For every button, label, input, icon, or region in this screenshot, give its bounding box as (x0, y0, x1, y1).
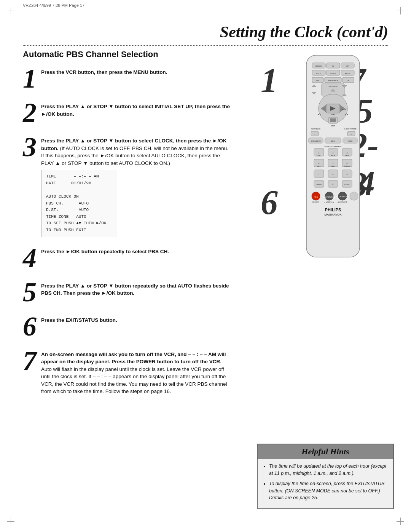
helpful-hints-body: The time will be updated at the top of e… (258, 459, 393, 508)
svg-text:–: – (314, 133, 315, 135)
svg-text:1: 1 (319, 152, 320, 154)
content-left: 1 Press the VCR button, then press the M… (23, 65, 232, 402)
brand-magnavox: MAGNAVOX (324, 213, 342, 216)
section-heading: Automatic PBS Channel Selection (23, 50, 158, 59)
step-content-5: Press the PLAY ▲ or STOP ▼ button repeat… (41, 278, 232, 297)
svg-text:◄◄INDEX►►: ◄◄INDEX►► (324, 201, 335, 203)
step-content-6: Press the EXIT/STATUS button. (41, 313, 117, 324)
svg-text:AUDIO/MUTE: AUDIO/MUTE (336, 195, 349, 198)
svg-text:◄◄INDEX►►: ◄◄INDEX►► (322, 196, 336, 198)
svg-text:SPEED: SPEED (316, 184, 322, 185)
svg-text:5: 5 (333, 162, 334, 165)
content-right: 1 7 5 2-3 4 6 CBL/DBS TV VCR VCR/TV POWE… (284, 53, 394, 267)
svg-text:STILL/SLOW: STILL/SLOW (328, 85, 338, 87)
step-content-3: Press the PLAY ▲ or STOP ▼ button to sel… (41, 133, 232, 237)
step-content-4: Press the ►/OK button repeatedly to sele… (41, 244, 169, 256)
svg-text:SKIP/SEARCH: SKIP/SEARCH (328, 80, 338, 81)
svg-text:8: 8 (333, 173, 334, 176)
step-number-2: 2 (23, 99, 37, 126)
helpful-hints-title: Helpful Hints (258, 444, 393, 459)
svg-text:DATE: DATE (345, 155, 349, 157)
svg-text:2: 2 (333, 152, 334, 154)
dotted-separator (23, 45, 388, 46)
step-number-5: 5 (23, 278, 37, 306)
svg-text:SLOW/FORWARD: SLOW/FORWARD (344, 128, 356, 130)
svg-text:WEEKLY: WEEKLY (344, 165, 350, 167)
step-number-6: 6 (23, 313, 37, 340)
step-number-3: 3 (23, 133, 37, 161)
svg-text:MENU: MENU (331, 140, 335, 142)
svg-text:POWER: POWER (330, 72, 336, 74)
svg-text:3: 3 (347, 152, 348, 154)
svg-text:9: 9 (347, 173, 348, 176)
step-1: 1 Press the VCR button, then press the M… (23, 65, 232, 92)
registration-mark-br (397, 518, 404, 525)
registration-mark-tl (7, 7, 14, 14)
svg-text:START: START (317, 155, 322, 157)
svg-text:0: 0 (333, 183, 334, 185)
svg-text:STOP: STOP (331, 155, 335, 157)
svg-text:CH: CH (347, 80, 349, 81)
step-7: 7 An on-screen message will ask you to t… (23, 347, 232, 395)
step-6: 6 Press the EXIT/STATUS button. (23, 313, 232, 340)
overlay-num-1: 1 (261, 61, 278, 100)
svg-text:SLOW/BACK: SLOW/BACK (311, 128, 320, 130)
svg-text:QUICK PROGRAMMING: QUICK PROGRAMMING (325, 145, 342, 147)
step-number-7: 7 (23, 347, 37, 374)
remote-svg: CBL/DBS TV VCR VCR/TV POWER EJECT VOL SK… (295, 53, 371, 267)
svg-text:CBL/DBS: CBL/DBS (315, 65, 322, 67)
brand-philips: PHILIPS (325, 208, 341, 212)
svg-text:TV: TV (332, 65, 334, 67)
svg-text:4: 4 (319, 162, 320, 165)
svg-point-86 (350, 192, 358, 200)
svg-text:►►: ►► (345, 113, 348, 115)
svg-text:DAILY: DAILY (331, 165, 335, 167)
svg-text:EJECT: EJECT (345, 72, 350, 74)
svg-rect-36 (330, 118, 336, 122)
svg-text:+: + (351, 133, 352, 135)
svg-text:7: 7 (319, 173, 320, 176)
step-5: 5 Press the PLAY ▲ or STOP ▼ button repe… (23, 278, 232, 306)
step-content-2: Press the PLAY ▲ or STOP ▼ button to sel… (41, 99, 232, 118)
clock-display-box: TIME – –:– – AM DATE 01/01/98 AUTO CLOCK… (41, 170, 117, 237)
hint-1: The time will be updated at the top of e… (269, 463, 388, 477)
svg-text:VCR: VCR (346, 65, 349, 67)
svg-text:REC: REC (314, 196, 318, 198)
svg-text:DBS: DBS (317, 165, 321, 167)
step-number-1: 1 (23, 65, 37, 92)
registration-mark-bl (7, 518, 14, 525)
svg-text:VOL: VOL (316, 80, 320, 81)
svg-text:►/OK: ►/OK (342, 109, 347, 110)
step-number-4: 4 (23, 244, 37, 272)
svg-text:REC/OTR: REC/OTR (312, 201, 319, 203)
remote-overlay: 1 7 5 2-3 4 6 CBL/DBS TV VCR VCR/TV POWE… (284, 53, 386, 267)
hint-2: To display the time on-screen, press the… (269, 480, 388, 502)
overlay-num-6: 6 (261, 183, 278, 222)
step-content-7: An on-screen message will ask you to tur… (41, 347, 232, 395)
page-title: Setting the Clock (cont'd) (220, 23, 388, 41)
clear-button-label: CLEAR (344, 184, 349, 185)
step-3: 3 Press the PLAY ▲ or STOP ▼ button to s… (23, 133, 232, 237)
svg-text:TIMER: TIMER (348, 140, 353, 142)
svg-text:EXIT/STATUS: EXIT/STATUS (311, 140, 321, 142)
svg-text:VCR/TV: VCR/TV (316, 72, 322, 74)
svg-text:PLAY: PLAY (331, 113, 335, 115)
svg-text:AUDIO/MUTE: AUDIO/MUTE (338, 201, 347, 203)
helpful-hints-box: Helpful Hints The time will be updated a… (257, 444, 394, 509)
page-header: VRZ264 4/8/99 7:28 PM Page 17 (23, 3, 84, 8)
svg-text:6: 6 (347, 162, 348, 165)
registration-mark-tr (397, 7, 404, 14)
step-content-1: Press the VCR button, then press the MEN… (41, 65, 167, 76)
page-title-area: Setting the Clock (cont'd) (220, 23, 388, 41)
step-4: 4 Press the ►/OK button repeatedly to se… (23, 244, 232, 272)
step-2: 2 Press the PLAY ▲ or STOP ▼ button to s… (23, 99, 232, 126)
svg-text:STOP: STOP (331, 125, 335, 127)
svg-text:◄◄: ◄◄ (318, 113, 321, 115)
